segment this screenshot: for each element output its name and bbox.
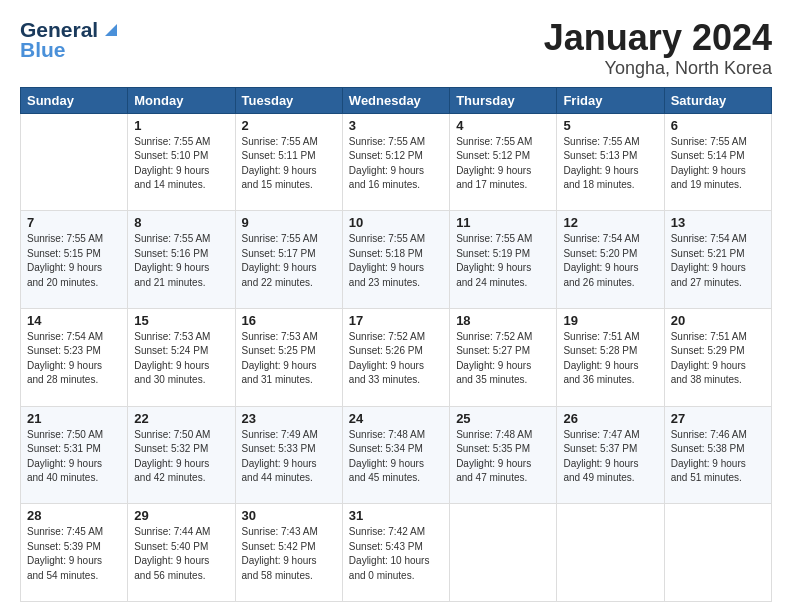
calendar-cell: 4Sunrise: 7:55 AM Sunset: 5:12 PM Daylig… [450, 113, 557, 211]
calendar-cell [664, 504, 771, 602]
cell-info: Sunrise: 7:51 AM Sunset: 5:28 PM Dayligh… [563, 330, 657, 388]
day-number: 24 [349, 411, 443, 426]
weekday-header: Wednesday [342, 87, 449, 113]
calendar-cell: 10Sunrise: 7:55 AM Sunset: 5:18 PM Dayli… [342, 211, 449, 309]
calendar-week-row: 14Sunrise: 7:54 AM Sunset: 5:23 PM Dayli… [21, 308, 772, 406]
day-number: 16 [242, 313, 336, 328]
calendar-cell: 12Sunrise: 7:54 AM Sunset: 5:20 PM Dayli… [557, 211, 664, 309]
weekday-header: Tuesday [235, 87, 342, 113]
calendar-cell: 21Sunrise: 7:50 AM Sunset: 5:31 PM Dayli… [21, 406, 128, 504]
cell-info: Sunrise: 7:50 AM Sunset: 5:31 PM Dayligh… [27, 428, 121, 486]
weekday-header: Monday [128, 87, 235, 113]
cell-info: Sunrise: 7:50 AM Sunset: 5:32 PM Dayligh… [134, 428, 228, 486]
day-number: 29 [134, 508, 228, 523]
logo-blue: Blue [20, 38, 66, 62]
weekday-header: Thursday [450, 87, 557, 113]
day-number: 21 [27, 411, 121, 426]
cell-info: Sunrise: 7:44 AM Sunset: 5:40 PM Dayligh… [134, 525, 228, 583]
cell-info: Sunrise: 7:46 AM Sunset: 5:38 PM Dayligh… [671, 428, 765, 486]
calendar-cell: 27Sunrise: 7:46 AM Sunset: 5:38 PM Dayli… [664, 406, 771, 504]
calendar-cell: 7Sunrise: 7:55 AM Sunset: 5:15 PM Daylig… [21, 211, 128, 309]
calendar-cell: 26Sunrise: 7:47 AM Sunset: 5:37 PM Dayli… [557, 406, 664, 504]
calendar-cell: 11Sunrise: 7:55 AM Sunset: 5:19 PM Dayli… [450, 211, 557, 309]
calendar-cell: 1Sunrise: 7:55 AM Sunset: 5:10 PM Daylig… [128, 113, 235, 211]
cell-info: Sunrise: 7:48 AM Sunset: 5:35 PM Dayligh… [456, 428, 550, 486]
calendar-week-row: 28Sunrise: 7:45 AM Sunset: 5:39 PM Dayli… [21, 504, 772, 602]
calendar-cell: 3Sunrise: 7:55 AM Sunset: 5:12 PM Daylig… [342, 113, 449, 211]
day-number: 18 [456, 313, 550, 328]
cell-info: Sunrise: 7:55 AM Sunset: 5:14 PM Dayligh… [671, 135, 765, 193]
day-number: 31 [349, 508, 443, 523]
cell-info: Sunrise: 7:53 AM Sunset: 5:24 PM Dayligh… [134, 330, 228, 388]
cell-info: Sunrise: 7:55 AM Sunset: 5:17 PM Dayligh… [242, 232, 336, 290]
cell-info: Sunrise: 7:43 AM Sunset: 5:42 PM Dayligh… [242, 525, 336, 583]
logo-icon [99, 18, 121, 40]
calendar-cell: 2Sunrise: 7:55 AM Sunset: 5:11 PM Daylig… [235, 113, 342, 211]
calendar-cell: 22Sunrise: 7:50 AM Sunset: 5:32 PM Dayli… [128, 406, 235, 504]
cell-info: Sunrise: 7:55 AM Sunset: 5:18 PM Dayligh… [349, 232, 443, 290]
weekday-header: Saturday [664, 87, 771, 113]
calendar-cell: 13Sunrise: 7:54 AM Sunset: 5:21 PM Dayli… [664, 211, 771, 309]
calendar-cell: 24Sunrise: 7:48 AM Sunset: 5:34 PM Dayli… [342, 406, 449, 504]
svg-marker-0 [105, 24, 117, 36]
day-number: 19 [563, 313, 657, 328]
day-number: 6 [671, 118, 765, 133]
day-number: 26 [563, 411, 657, 426]
day-number: 22 [134, 411, 228, 426]
day-number: 20 [671, 313, 765, 328]
day-number: 17 [349, 313, 443, 328]
location-title: Yongha, North Korea [544, 58, 772, 79]
cell-info: Sunrise: 7:55 AM Sunset: 5:15 PM Dayligh… [27, 232, 121, 290]
calendar-cell: 14Sunrise: 7:54 AM Sunset: 5:23 PM Dayli… [21, 308, 128, 406]
calendar-cell: 29Sunrise: 7:44 AM Sunset: 5:40 PM Dayli… [128, 504, 235, 602]
cell-info: Sunrise: 7:55 AM Sunset: 5:12 PM Dayligh… [349, 135, 443, 193]
calendar-cell: 5Sunrise: 7:55 AM Sunset: 5:13 PM Daylig… [557, 113, 664, 211]
cell-info: Sunrise: 7:54 AM Sunset: 5:20 PM Dayligh… [563, 232, 657, 290]
day-number: 7 [27, 215, 121, 230]
day-number: 10 [349, 215, 443, 230]
title-section: January 2024 Yongha, North Korea [544, 18, 772, 79]
day-number: 25 [456, 411, 550, 426]
cell-info: Sunrise: 7:52 AM Sunset: 5:27 PM Dayligh… [456, 330, 550, 388]
calendar-week-row: 21Sunrise: 7:50 AM Sunset: 5:31 PM Dayli… [21, 406, 772, 504]
calendar-cell [21, 113, 128, 211]
day-number: 27 [671, 411, 765, 426]
cell-info: Sunrise: 7:54 AM Sunset: 5:21 PM Dayligh… [671, 232, 765, 290]
cell-info: Sunrise: 7:55 AM Sunset: 5:11 PM Dayligh… [242, 135, 336, 193]
calendar-cell: 8Sunrise: 7:55 AM Sunset: 5:16 PM Daylig… [128, 211, 235, 309]
day-number: 5 [563, 118, 657, 133]
cell-info: Sunrise: 7:53 AM Sunset: 5:25 PM Dayligh… [242, 330, 336, 388]
day-number: 8 [134, 215, 228, 230]
weekday-header: Sunday [21, 87, 128, 113]
cell-info: Sunrise: 7:52 AM Sunset: 5:26 PM Dayligh… [349, 330, 443, 388]
day-number: 2 [242, 118, 336, 133]
cell-info: Sunrise: 7:49 AM Sunset: 5:33 PM Dayligh… [242, 428, 336, 486]
calendar-cell [450, 504, 557, 602]
page-header: General Blue January 2024 Yongha, North … [20, 18, 772, 79]
day-number: 28 [27, 508, 121, 523]
calendar-cell: 28Sunrise: 7:45 AM Sunset: 5:39 PM Dayli… [21, 504, 128, 602]
month-title: January 2024 [544, 18, 772, 58]
calendar-cell: 6Sunrise: 7:55 AM Sunset: 5:14 PM Daylig… [664, 113, 771, 211]
day-number: 14 [27, 313, 121, 328]
calendar-cell: 23Sunrise: 7:49 AM Sunset: 5:33 PM Dayli… [235, 406, 342, 504]
day-number: 9 [242, 215, 336, 230]
day-number: 15 [134, 313, 228, 328]
cell-info: Sunrise: 7:45 AM Sunset: 5:39 PM Dayligh… [27, 525, 121, 583]
calendar-week-row: 1Sunrise: 7:55 AM Sunset: 5:10 PM Daylig… [21, 113, 772, 211]
calendar-cell: 9Sunrise: 7:55 AM Sunset: 5:17 PM Daylig… [235, 211, 342, 309]
logo: General Blue [20, 18, 121, 62]
calendar-cell: 17Sunrise: 7:52 AM Sunset: 5:26 PM Dayli… [342, 308, 449, 406]
day-number: 13 [671, 215, 765, 230]
cell-info: Sunrise: 7:54 AM Sunset: 5:23 PM Dayligh… [27, 330, 121, 388]
day-number: 23 [242, 411, 336, 426]
cell-info: Sunrise: 7:48 AM Sunset: 5:34 PM Dayligh… [349, 428, 443, 486]
day-number: 30 [242, 508, 336, 523]
calendar-cell: 16Sunrise: 7:53 AM Sunset: 5:25 PM Dayli… [235, 308, 342, 406]
cell-info: Sunrise: 7:55 AM Sunset: 5:12 PM Dayligh… [456, 135, 550, 193]
day-number: 1 [134, 118, 228, 133]
cell-info: Sunrise: 7:51 AM Sunset: 5:29 PM Dayligh… [671, 330, 765, 388]
calendar-header-row: SundayMondayTuesdayWednesdayThursdayFrid… [21, 87, 772, 113]
weekday-header: Friday [557, 87, 664, 113]
calendar-cell: 30Sunrise: 7:43 AM Sunset: 5:42 PM Dayli… [235, 504, 342, 602]
